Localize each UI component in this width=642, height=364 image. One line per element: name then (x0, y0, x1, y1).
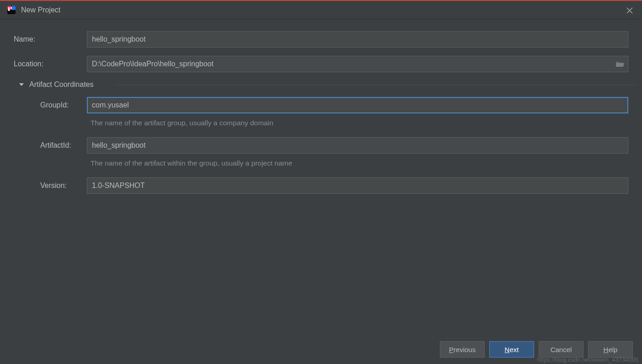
folder-open-icon (615, 60, 625, 68)
location-label: Location: (14, 60, 87, 68)
artifactid-row: ArtifactId: (14, 137, 628, 154)
app-icon (6, 5, 16, 15)
footer-buttons: Previous Next Cancel Help (440, 341, 633, 358)
section-title: Artifact Coordinates (29, 80, 94, 89)
version-input[interactable] (87, 177, 628, 194)
location-input[interactable] (87, 56, 628, 72)
watermark-text: https://blog.csdn.net/weixin_43734095 (537, 356, 638, 363)
groupid-label: GroupId: (14, 101, 87, 109)
previous-label-rest: revious (454, 346, 476, 353)
chevron-down-icon (18, 81, 25, 88)
browse-folder-button[interactable] (615, 60, 625, 68)
svg-rect-3 (8, 7, 10, 11)
dialog-content: Name: Location: Artifact Coordinates Gro… (0, 19, 642, 194)
version-label: Version: (14, 182, 87, 190)
cancel-button[interactable]: Cancel (539, 341, 583, 358)
artifactid-input[interactable] (87, 137, 628, 154)
location-row: Location: (14, 56, 628, 72)
svg-rect-4 (11, 7, 12, 9)
close-button[interactable] (625, 5, 635, 16)
close-icon (626, 7, 633, 14)
name-label: Name: (14, 35, 87, 43)
artifactid-hint-row: The name of the artifact within the grou… (14, 156, 628, 167)
artifactid-label: ArtifactId: (14, 141, 87, 150)
help-label-rest: elp (608, 346, 617, 353)
groupid-hint-row: The name of the artifact group, usually … (14, 116, 628, 127)
version-row: Version: (14, 177, 628, 194)
titlebar: New Project (0, 1, 642, 19)
groupid-hint: The name of the artifact group, usually … (87, 116, 273, 127)
next-button[interactable]: Next (489, 341, 534, 358)
artifactid-hint: The name of the artifact within the grou… (87, 156, 292, 167)
groupid-row: GroupId: (14, 97, 628, 113)
cancel-label: Cancel (551, 346, 572, 353)
window-title: New Project (21, 6, 60, 14)
name-input[interactable] (87, 31, 628, 48)
name-row: Name: (14, 31, 628, 48)
next-label-rest: ext (509, 346, 519, 353)
section-divider (114, 85, 637, 85)
svg-rect-2 (11, 6, 16, 10)
help-button[interactable]: Help (588, 341, 633, 358)
previous-button[interactable]: Previous (440, 341, 485, 358)
artifact-coordinates-header[interactable]: Artifact Coordinates (18, 80, 628, 89)
groupid-input[interactable] (87, 97, 628, 113)
